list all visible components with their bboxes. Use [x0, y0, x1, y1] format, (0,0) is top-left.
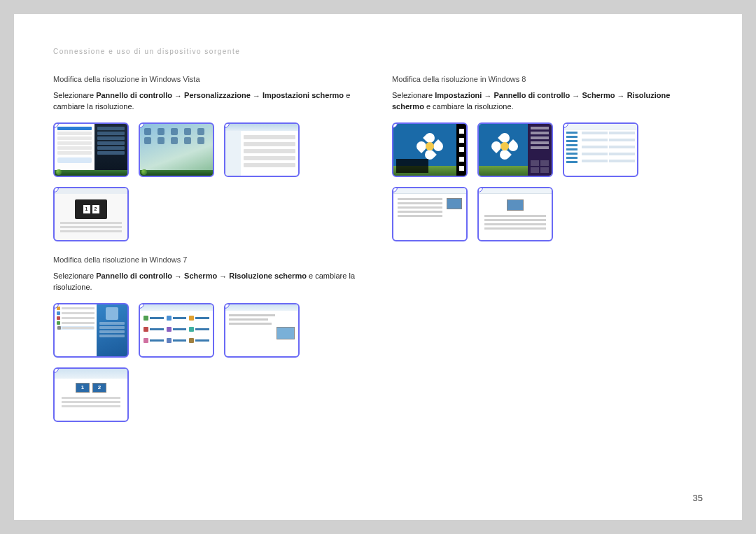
vista-title: Modifica della risoluzione in Windows Vi… [53, 75, 364, 83]
win7-step-3: 3 [224, 303, 300, 358]
arrow-icon: → [617, 91, 625, 102]
arrow-icon: → [253, 91, 260, 102]
vista-step-4: 4 12 [53, 187, 129, 241]
win7-step-1: 1 [53, 303, 129, 358]
vista-step-1: 1 [53, 122, 129, 177]
content-columns: Modifica della risoluzione in Windows Vi… [53, 75, 703, 436]
step-number: 1 [392, 122, 398, 128]
vista-thumbs: 1 2 3 4 12 [53, 122, 364, 241]
vista-step-3: 3 [224, 122, 300, 177]
manual-page: Connessione e uso di un dispositivo sorg… [14, 14, 742, 520]
win8-step-3: 3 [563, 122, 638, 177]
right-column: Modifica della risoluzione in Windows 8 … [392, 75, 703, 436]
win8-step-1: 1 [392, 122, 468, 177]
win8-step-2: 2 [477, 122, 553, 177]
page-number: 35 [693, 493, 703, 503]
win8-step-4: 4 [392, 187, 468, 241]
win7-thumbs: 1 2 [53, 303, 364, 422]
win7-title: Modifica della risoluzione in Windows 7 [53, 255, 364, 264]
win8-thumbs: 1 2 [392, 122, 703, 241]
arrow-icon: → [484, 91, 491, 102]
arrow-icon: → [174, 272, 182, 283]
vista-instruction: Selezionare Pannello di controllo → Pers… [53, 90, 364, 113]
win8-step-5: 5 [477, 187, 553, 241]
arrow-icon: → [174, 91, 182, 102]
win8-title: Modifica della risoluzione in Windows 8 [392, 75, 703, 83]
breadcrumb: Connessione e uso di un dispositivo sorg… [53, 48, 703, 55]
win7-instruction: Selezionare Pannello di controllo → Sche… [53, 271, 364, 293]
win7-step-2: 2 [139, 303, 214, 358]
win7-step-4: 4 12 [53, 367, 129, 422]
arrow-icon: → [572, 91, 580, 102]
arrow-icon: → [219, 272, 227, 283]
left-column: Modifica della risoluzione in Windows Vi… [53, 75, 364, 436]
win8-instruction: Selezionare Impostazioni → Pannello di c… [392, 90, 703, 113]
vista-step-2: 2 [139, 122, 214, 177]
